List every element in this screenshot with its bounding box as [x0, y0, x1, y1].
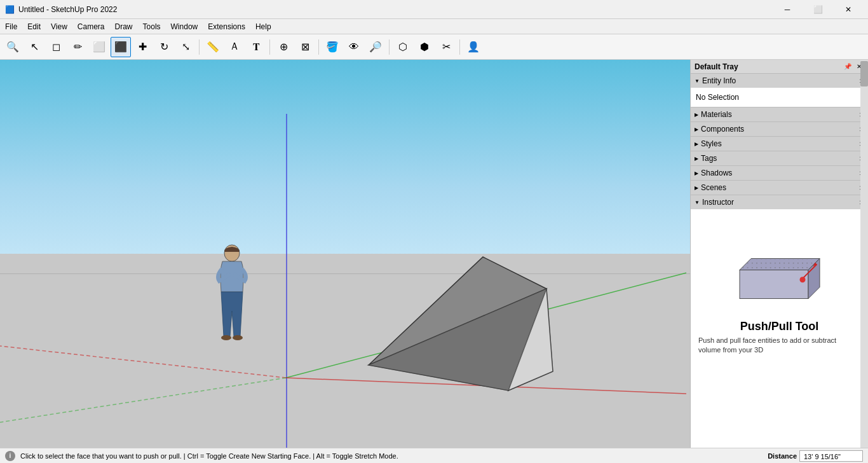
- components-header[interactable]: ▶ Components ✕: [691, 122, 868, 136]
- styles-arrow: ▶: [695, 141, 698, 147]
- instructor-section: ▼ Instructor ✕: [691, 195, 868, 448]
- rotate-tool[interactable]: ↻: [154, 37, 174, 57]
- horizon-line: [0, 273, 690, 274]
- toolbar-separator: [389, 39, 390, 55]
- minimize-button[interactable]: ─: [773, 0, 802, 19]
- main-area: Default Tray 📌 ✕ ▼ Entity Info ✕ No Sele…: [0, 60, 868, 448]
- orbit-tool[interactable]: ⊕: [273, 37, 294, 57]
- app-icon: 🟦: [5, 5, 15, 14]
- statusbar-distance: Distance 13' 9 15/16": [768, 450, 863, 462]
- tags-header[interactable]: ▶ Tags ✕: [691, 151, 868, 165]
- svg-marker-17: [740, 259, 820, 270]
- components-label: Components: [701, 125, 744, 134]
- distance-value[interactable]: 13' 9 15/16": [799, 450, 863, 462]
- entity-info-content: No Selection: [691, 88, 868, 107]
- scenes-title: ▶ Scenes: [695, 183, 726, 192]
- scenes-header[interactable]: ▶ Scenes ✕: [691, 181, 868, 195]
- scrollbar-thumb[interactable]: [860, 61, 868, 86]
- instructor-content: Push/Pull Tool Push and pull face entiti…: [691, 209, 868, 448]
- instructor-image: [716, 219, 843, 315]
- styles-title: ▶ Styles: [695, 139, 722, 148]
- scenes-arrow: ▶: [695, 185, 698, 191]
- scenes-section: ▶ Scenes ✕: [691, 181, 868, 195]
- toolbar-separator: [269, 39, 270, 55]
- sky-background: [0, 60, 690, 273]
- entity-info-label: Entity Info: [702, 76, 736, 85]
- components-section: ▶ Components ✕: [691, 122, 868, 137]
- push-pull-tool[interactable]: ⬛: [111, 37, 131, 57]
- statusbar: i Click to select the face that you want…: [0, 448, 868, 463]
- maximize-button[interactable]: ⬜: [803, 0, 832, 19]
- tags-section: ▶ Tags ✕: [691, 151, 868, 166]
- menu-item-draw[interactable]: Draw: [110, 19, 138, 34]
- tags-label: Tags: [701, 154, 717, 163]
- tray-pin-button[interactable]: 📌: [843, 62, 853, 72]
- svg-point-21: [799, 277, 805, 282]
- entity-info-header[interactable]: ▼ Entity Info ✕: [691, 74, 868, 88]
- tray-header: Default Tray 📌 ✕: [691, 60, 868, 74]
- zoom-tool[interactable]: 🔍: [3, 37, 23, 57]
- styles-header[interactable]: ▶ Styles ✕: [691, 137, 868, 151]
- styles-section: ▶ Styles ✕: [691, 137, 868, 151]
- solid1-tool[interactable]: ⬡: [393, 37, 413, 57]
- distance-label: Distance: [768, 452, 797, 460]
- pushpull-illustration: [722, 223, 837, 312]
- menu-item-window[interactable]: Window: [166, 19, 203, 34]
- shadows-title: ▶ Shadows: [695, 169, 732, 177]
- blue-axis: [286, 114, 287, 448]
- viewport[interactable]: [0, 60, 690, 448]
- menu-item-camera[interactable]: Camera: [72, 19, 110, 34]
- instructor-title: ▼ Instructor: [695, 198, 734, 207]
- menu-item-view[interactable]: View: [46, 19, 72, 34]
- titlebar: 🟦 Untitled - SketchUp Pro 2022 ─ ⬜ ✕: [0, 0, 868, 19]
- ground-plane: [0, 254, 690, 448]
- section-tool[interactable]: ⊠: [295, 37, 315, 57]
- menu-item-file[interactable]: File: [0, 19, 22, 34]
- select-mode-tool[interactable]: ◻: [46, 37, 66, 57]
- entity-info-no-selection: No Selection: [696, 93, 739, 102]
- instructor-header[interactable]: ▼ Instructor ✕: [691, 195, 868, 209]
- right-panel-scrollbar[interactable]: [860, 60, 868, 448]
- instructor-tool-name: Push/Pull Tool: [733, 320, 827, 333]
- instructor-tool-description: Push and pull face entities to add or su…: [691, 333, 868, 358]
- toolbar-separator: [318, 39, 319, 55]
- close-button[interactable]: ✕: [834, 0, 863, 19]
- scale-tool[interactable]: ⤡: [175, 37, 196, 57]
- styles-label: Styles: [701, 139, 722, 148]
- menu-item-tools[interactable]: Tools: [138, 19, 166, 34]
- move-tool[interactable]: ✚: [132, 37, 153, 57]
- menu-item-edit[interactable]: Edit: [22, 19, 46, 34]
- menu-item-extensions[interactable]: Extensions: [203, 19, 250, 34]
- shadows-arrow: ▶: [695, 170, 698, 176]
- shadows-section: ▶ Shadows ✕: [691, 166, 868, 181]
- account-tool[interactable]: 👤: [463, 37, 484, 57]
- svg-rect-15: [740, 270, 808, 299]
- status-info-icon: i: [5, 451, 15, 461]
- select-tool[interactable]: ↖: [24, 37, 44, 57]
- solid2-tool[interactable]: ⬢: [414, 37, 435, 57]
- titlebar-left: 🟦 Untitled - SketchUp Pro 2022: [5, 5, 117, 14]
- shadows-label: Shadows: [701, 169, 732, 177]
- menu-item-help[interactable]: Help: [250, 19, 276, 34]
- entity-info-section: ▼ Entity Info ✕ No Selection: [691, 74, 868, 107]
- toolbar: 🔍↖◻✏⬜⬛✚↻⤡📏Ａ𝐓⊕⊠🪣👁🔎⬡⬢✂👤: [0, 34, 868, 60]
- shadows-header[interactable]: ▶ Shadows ✕: [691, 166, 868, 180]
- toolbar-separator: [459, 39, 460, 55]
- entity-info-title: ▼ Entity Info: [695, 76, 736, 85]
- menubar: FileEditViewCameraDrawToolsWindowExtensi…: [0, 19, 868, 34]
- materials-header[interactable]: ▶ Materials ✕: [691, 107, 868, 121]
- solid3-tool[interactable]: ✂: [436, 37, 456, 57]
- shape-tool[interactable]: ⬜: [89, 37, 109, 57]
- zoom-extents-tool[interactable]: 🔎: [365, 37, 386, 57]
- statusbar-text: Click to select the face that you want t…: [20, 452, 763, 460]
- paint-tool[interactable]: 🪣: [322, 37, 342, 57]
- materials-label: Materials: [701, 110, 732, 119]
- walk-tool[interactable]: 👁: [344, 37, 364, 57]
- toolbar-separator: [199, 39, 200, 55]
- instructor-arrow: ▼: [695, 200, 700, 205]
- pencil-tool[interactable]: ✏: [67, 37, 88, 57]
- tape-tool[interactable]: 📏: [203, 37, 223, 57]
- 3d-text-tool[interactable]: 𝐓: [246, 37, 266, 57]
- text-tool[interactable]: Ａ: [224, 37, 245, 57]
- materials-arrow: ▶: [695, 112, 698, 118]
